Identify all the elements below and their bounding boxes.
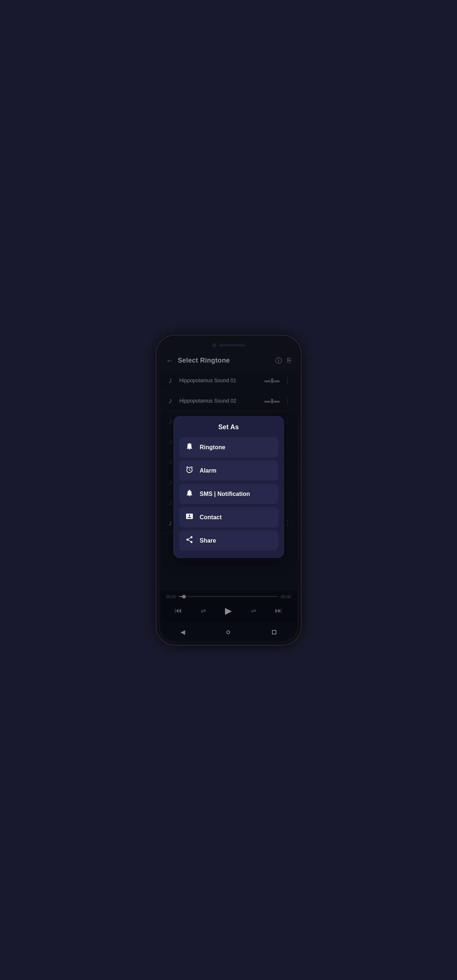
- nav-recents-icon: [272, 630, 276, 635]
- speaker-bar: [219, 344, 245, 346]
- nav-back-icon: ◀: [181, 628, 185, 636]
- contact-icon: [185, 512, 194, 522]
- modal-overlay: Set As Ringtone Alarm SMS | Notification…: [160, 351, 297, 623]
- sms-icon: [185, 489, 194, 499]
- nav-back-button[interactable]: ◀: [175, 625, 190, 640]
- nav-home-icon: [227, 630, 230, 634]
- modal-option-alarm[interactable]: Alarm: [179, 460, 278, 481]
- share-label: Share: [200, 538, 216, 544]
- status-bar: [160, 339, 297, 351]
- ringtone-icon: [185, 442, 194, 452]
- nav-recents-button[interactable]: [267, 625, 282, 640]
- modal-title: Set As: [179, 423, 278, 431]
- contact-label: Contact: [200, 514, 222, 521]
- nav-home-button[interactable]: [221, 625, 236, 640]
- phone-screen: ← Select Ringtone ⓘ ⎘ ♪ Hippopotamus Sou…: [160, 339, 297, 641]
- share-icon: [185, 536, 194, 546]
- alarm-icon: [185, 466, 194, 476]
- camera-notch: [213, 343, 216, 347]
- ringtone-label: Ringtone: [200, 444, 225, 451]
- modal-option-ringtone[interactable]: Ringtone: [179, 437, 278, 457]
- modal-option-contact[interactable]: Contact: [179, 507, 278, 527]
- modal-option-sms[interactable]: SMS | Notification: [179, 484, 278, 504]
- alarm-label: Alarm: [200, 468, 216, 474]
- nav-bar: ◀: [160, 623, 297, 641]
- phone-frame: ← Select Ringtone ⓘ ⎘ ♪ Hippopotamus Sou…: [157, 336, 301, 645]
- app-content: ← Select Ringtone ⓘ ⎘ ♪ Hippopotamus Sou…: [160, 351, 297, 623]
- set-as-modal: Set As Ringtone Alarm SMS | Notification…: [173, 416, 284, 558]
- sms-label: SMS | Notification: [200, 491, 250, 497]
- modal-option-share[interactable]: Share: [179, 530, 278, 551]
